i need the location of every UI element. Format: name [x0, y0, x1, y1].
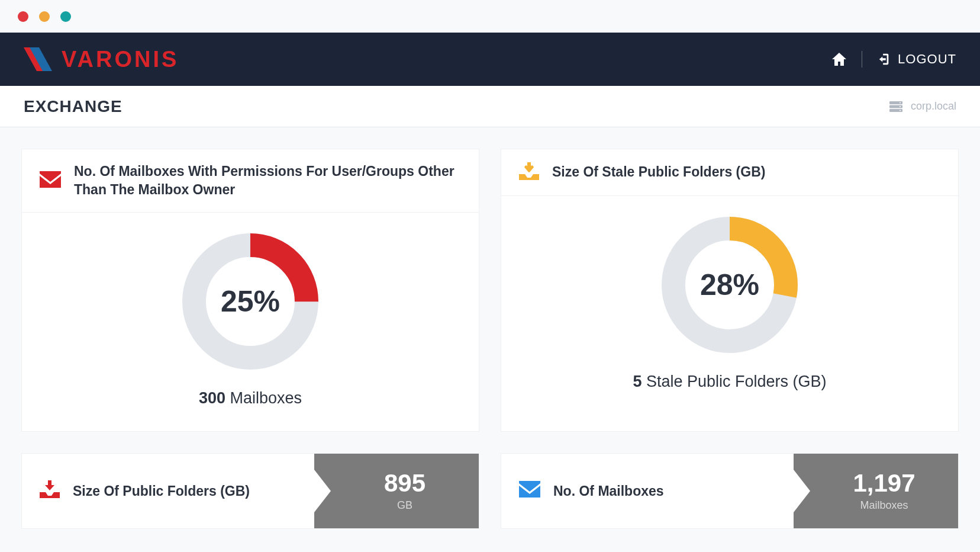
card-title: Size Of Stale Public Folders (GB): [552, 163, 765, 181]
subheader: EXCHANGE corp.local: [0, 86, 980, 127]
stat-unit: GB: [397, 499, 412, 512]
logout-icon: [878, 53, 891, 66]
card-caption: 5 Stale Public Folders (GB): [633, 373, 826, 391]
stat-unit: Mailboxes: [860, 499, 908, 512]
donut-percent-label: 28%: [659, 214, 801, 356]
svg-marker-10: [524, 167, 534, 172]
logout-label: LOGOUT: [898, 52, 956, 67]
domain-indicator: corp.local: [889, 100, 956, 113]
svg-point-7: [900, 110, 901, 111]
card-title: No. Of Mailboxes With Permissions For Us…: [74, 162, 461, 199]
stat-value: 895: [384, 471, 425, 496]
window-minimize-button[interactable]: [39, 11, 50, 22]
domain-label: corp.local: [911, 100, 956, 113]
card-body: 28% 5 Stale Public Folders (GB): [501, 196, 958, 415]
svg-point-6: [900, 106, 901, 107]
stat-card-mailboxes: No. Of Mailboxes 1,197 Mailboxes: [501, 453, 959, 529]
envelope-icon: [519, 481, 540, 501]
stat-label: No. Of Mailboxes: [553, 483, 664, 499]
svg-rect-14: [48, 480, 51, 486]
home-icon[interactable]: [832, 53, 846, 66]
topbar-actions: LOGOUT: [832, 51, 956, 68]
stat-value: 1,197: [853, 471, 915, 496]
stat-right: 895 GB: [331, 454, 479, 528]
caption-text: Stale Public Folders (GB): [641, 373, 826, 390]
stat-label: Size Of Public Folders (GB): [73, 483, 250, 499]
card-stale-folders: Size Of Stale Public Folders (GB) 28% 5 …: [501, 149, 959, 432]
card-header: No. Of Mailboxes With Permissions For Us…: [22, 149, 479, 213]
server-icon: [889, 101, 902, 112]
stat-left: Size Of Public Folders (GB): [22, 454, 331, 528]
window-close-button[interactable]: [18, 11, 28, 22]
donut-percent-label: 25%: [179, 230, 321, 373]
window-chrome: [0, 0, 980, 33]
donut-chart-stale-folders: 28%: [659, 214, 801, 356]
stat-right: 1,197 Mailboxes: [810, 454, 958, 528]
topbar: VARONIS LOGOUT: [0, 33, 980, 86]
download-tray-icon: [40, 480, 60, 502]
card-caption: 300 Mailboxes: [199, 389, 302, 407]
card-body: 25% 300 Mailboxes: [22, 213, 479, 431]
donut-chart-mailbox-permissions: 25%: [179, 230, 321, 373]
page-title: EXCHANGE: [24, 97, 122, 116]
download-tray-icon: [519, 162, 539, 182]
caption-value: 300: [199, 389, 225, 407]
stat-left: No. Of Mailboxes: [501, 454, 810, 528]
envelope-icon: [40, 171, 61, 190]
caption-text: Mailboxes: [225, 389, 302, 407]
svg-point-5: [900, 102, 901, 103]
dashboard-content: No. Of Mailboxes With Permissions For Us…: [0, 127, 980, 550]
window-maximize-button[interactable]: [60, 11, 71, 22]
stat-card-public-folders: Size Of Public Folders (GB) 895 GB: [21, 453, 479, 529]
card-mailbox-permissions: No. Of Mailboxes With Permissions For Us…: [21, 149, 479, 432]
brand-logo[interactable]: VARONIS: [24, 47, 179, 72]
card-header: Size Of Stale Public Folders (GB): [501, 149, 958, 196]
brand-name: VARONIS: [62, 47, 179, 72]
topbar-divider: [862, 51, 862, 68]
caption-value: 5: [633, 373, 641, 390]
logout-button[interactable]: LOGOUT: [878, 52, 956, 67]
brand-mark-icon: [24, 47, 56, 71]
